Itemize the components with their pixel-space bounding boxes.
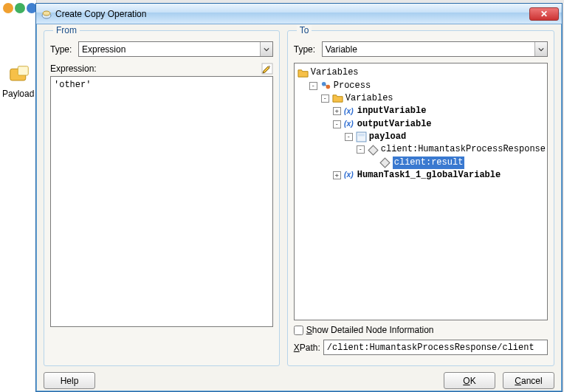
svg-rect-10 [358, 134, 365, 137]
background-sidebar: Payload [0, 0, 37, 392]
chevron-down-icon [534, 42, 547, 56]
collapse-icon[interactable]: - [333, 120, 341, 128]
tree-node-humantask-var[interactable]: + (x) HumanTask1_1_globalVariable [333, 169, 501, 182]
collapse-icon[interactable]: - [357, 145, 365, 154]
show-detail-label[interactable]: Show Detailed Node Information [306, 325, 434, 335]
variable-icon: (x) [344, 170, 355, 180]
svg-point-6 [326, 85, 330, 89]
dialog-window: Create Copy Operation ✕ From Type: Expre… [35, 3, 563, 392]
close-button[interactable]: ✕ [529, 7, 559, 21]
to-type-label: Type: [294, 44, 319, 55]
to-type-value: Variable [326, 44, 357, 55]
chevron-down-icon [260, 42, 272, 56]
dialog-icon [41, 8, 52, 20]
help-button[interactable]: Help [44, 372, 95, 389]
expression-label: Expression: [50, 63, 97, 74]
svg-point-3 [43, 11, 50, 16]
collapse-icon[interactable]: - [321, 94, 329, 103]
from-type-combo[interactable]: Expression [78, 41, 273, 57]
background-toolbar-icons [3, 3, 37, 13]
expression-textarea[interactable]: 'other' [50, 76, 273, 327]
ok-button[interactable]: OK [444, 372, 495, 389]
svg-text:(x): (x) [344, 107, 354, 115]
edit-expression-button[interactable] [261, 63, 273, 75]
collapse-icon[interactable]: - [309, 82, 317, 90]
variable-tree[interactable]: Variables - Process [294, 63, 548, 320]
variable-icon: (x) [344, 106, 355, 117]
to-panel: To Type: Variable [287, 30, 554, 366]
from-legend: From [53, 25, 80, 35]
from-type-value: Expression [82, 44, 125, 55]
tree-node-variables[interactable]: Variables [298, 66, 359, 79]
cancel-button[interactable]: Cancel [503, 372, 554, 389]
titlebar: Create Copy Operation ✕ [36, 4, 562, 24]
tree-node-variables-inner[interactable]: - Variables [321, 92, 393, 105]
dialog-title: Create Copy Operation [55, 9, 529, 19]
svg-marker-12 [380, 158, 390, 168]
svg-rect-1 [18, 66, 28, 75]
svg-rect-9 [357, 133, 366, 142]
xpath-input[interactable] [323, 340, 548, 355]
tree-node-outputvariable[interactable]: - (x) outputVariable [333, 118, 432, 131]
variable-icon: (x) [344, 119, 355, 129]
payload-part-icon [356, 131, 367, 142]
from-panel: From Type: Expression Expression: [44, 30, 280, 366]
payload-icon [9, 65, 30, 86]
xpath-label: XPath: [294, 343, 320, 353]
expand-icon[interactable]: + [333, 107, 341, 115]
to-type-combo[interactable]: Variable [322, 41, 548, 57]
collapse-icon[interactable]: - [345, 133, 353, 141]
folder-icon [298, 68, 309, 78]
tree-node-response[interactable]: - client:HumantaskProcessResponse [357, 143, 546, 156]
bg-dot-icon [15, 3, 25, 13]
bg-dot-icon [3, 3, 13, 13]
process-icon [320, 80, 331, 91]
show-detail-checkbox[interactable] [294, 326, 303, 335]
svg-marker-11 [368, 145, 378, 155]
svg-text:(x): (x) [344, 120, 354, 128]
payload-label: Payload [2, 89, 34, 99]
from-type-label: Type: [50, 44, 75, 55]
tree-node-result[interactable]: client:result [368, 157, 465, 169]
to-legend: To [297, 25, 312, 35]
svg-text:(x): (x) [344, 171, 354, 179]
element-icon [379, 157, 391, 168]
folder-icon [332, 93, 343, 103]
tree-node-process[interactable]: - Process [309, 80, 371, 92]
expand-icon[interactable]: + [333, 171, 341, 179]
tree-node-payload[interactable]: - payload [345, 131, 406, 143]
tree-node-inputvariable[interactable]: + (x) inputVariable [333, 105, 427, 117]
svg-point-5 [322, 82, 326, 86]
element-icon [368, 145, 379, 155]
